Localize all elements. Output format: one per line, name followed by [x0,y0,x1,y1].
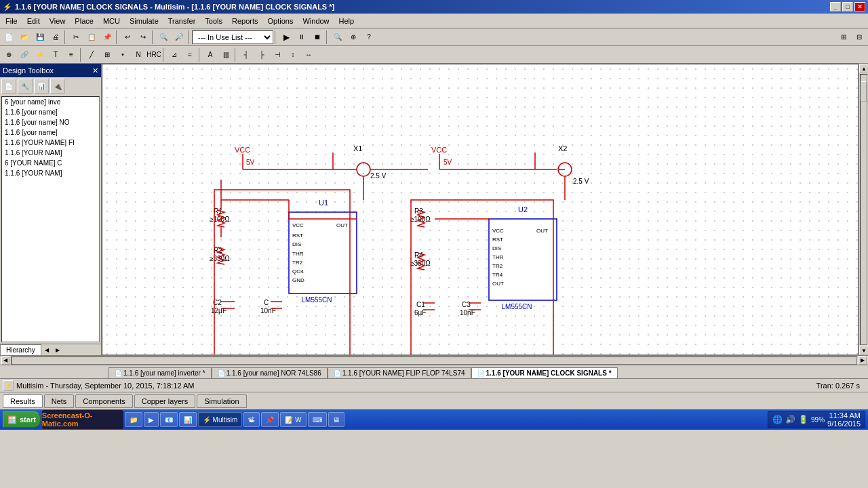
scroll-thumb[interactable] [861,81,867,102]
paste-btn[interactable]: 📌 [100,30,115,45]
comp-btn1[interactable]: ⊕ [1,47,16,62]
scroll-track[interactable] [860,74,867,345]
multisim-status-icon[interactable]: ⚡ [3,380,14,391]
scroll-down-btn[interactable]: ▼ [859,346,868,355]
comp-btn5[interactable]: ≡ [64,47,79,62]
new-btn[interactable]: 📄 [1,30,16,45]
close-button[interactable]: ✕ [854,2,865,12]
tray-network-icon[interactable]: 🌐 [772,415,783,424]
menu-options[interactable]: Options [264,16,298,26]
taskbar-app2-btn[interactable]: 🖥 [328,412,344,427]
menu-tools[interactable]: Tools [201,16,226,26]
system-clock[interactable]: 11:34 AM 9/16/2015 [827,411,861,428]
design-item-6[interactable]: 1.1.6 [YOUR NAM] [2,148,99,158]
btab-simulation[interactable]: Simulation [197,394,246,408]
zoom-out-btn[interactable]: 🔎 [172,30,186,45]
zoom-fit-btn[interactable]: 🔍 [330,30,345,45]
restore-button[interactable]: □ [842,2,853,12]
menu-view[interactable]: View [45,16,70,26]
close-toolbox-btn[interactable]: ✕ [92,66,98,75]
start-button[interactable]: 🪟 start [3,411,41,428]
wire-btn[interactable]: ╱ [84,47,99,62]
tab-nor[interactable]: 📄 1.1.6 [your name] NOR 74LS86 [212,367,328,378]
meas-btn[interactable]: ≈ [182,47,197,62]
nav-next-btn[interactable]: ▶ [52,344,63,355]
taskbar-keyboard-btn[interactable]: ⌨ [308,412,327,427]
print-btn[interactable]: 🖨 [48,30,63,45]
copy-btn[interactable]: 📋 [84,30,99,45]
scroll-up-btn[interactable]: ▲ [859,64,868,73]
menu-transfer[interactable]: Transfer [164,16,200,26]
taskbar-explorer-btn[interactable]: 📁 [125,412,142,427]
place-btn4[interactable]: ↕ [285,47,300,62]
menu-window[interactable]: Window [298,16,333,26]
design-item-5[interactable]: 1.1.6 [YOUR NAME] FI [2,138,99,148]
taskbar-multisim-btn[interactable]: ⚡ Multisim [198,412,242,427]
minimize-button[interactable]: _ [830,2,841,12]
zoom-in-btn[interactable]: 🔍 [156,30,171,45]
cut-btn[interactable]: ✂ [68,30,83,45]
stop-btn[interactable]: ⏹ [310,30,325,45]
help-btn[interactable]: ? [361,30,376,45]
btab-results[interactable]: Results [3,394,43,408]
toolbox-icon-3[interactable]: 📊 [34,79,49,94]
toolbox-icon-1[interactable]: 📄 [1,79,16,94]
design-item-3[interactable]: 1.1.6 [your name] NO [2,117,99,127]
tab-flipflop[interactable]: 📄 1.1.6 [YOUR NAME] FLIP FLOP 74LS74 [328,367,471,378]
tray-volume-icon[interactable]: 🔊 [785,415,795,424]
menu-simulate[interactable]: Simulate [125,16,163,26]
place-btn3[interactable]: ⊣ [270,47,285,62]
tab-clock-signals[interactable]: 📄 1.1.6 [YOUR NAME] CLOCK SIGNALS * [471,367,618,378]
menu-mcu[interactable]: MCU [99,16,124,26]
bus-btn[interactable]: ⊞ [100,47,115,62]
menu-edit[interactable]: Edit [23,16,44,26]
hrc-btn[interactable]: HRC [146,47,161,62]
btab-components[interactable]: Components [75,394,132,408]
taskbar-outlook-btn[interactable]: 📧 [160,412,178,427]
scroll-right-btn[interactable]: ▶ [859,357,867,365]
menu-place[interactable]: Place [71,16,98,26]
net-btn[interactable]: N [131,47,146,62]
design-item-8[interactable]: 1.1.6 [YOUR NAM] [2,168,99,178]
run-btn[interactable]: ▶ [279,30,294,45]
menu-reports[interactable]: Reports [228,16,262,26]
design-item-4[interactable]: 1.1.6 [your name] [2,127,99,138]
save-btn[interactable]: 💾 [33,30,47,45]
h-scrollbar-track[interactable] [11,357,857,365]
tab-inverter[interactable]: 📄 1.1.6 [your name] inverter * [108,367,212,378]
pause-btn[interactable]: ⏸ [294,30,309,45]
menu-file[interactable]: File [1,16,22,26]
btab-copper[interactable]: Copper layers [134,394,195,408]
design-item-7[interactable]: 6 [YOUR NAME] C [2,158,99,168]
redo-btn[interactable]: ↪ [136,30,151,45]
probe-btn[interactable]: ⊿ [167,47,182,62]
design-item-2[interactable]: 1.1.6 [your name] [2,107,99,117]
design-item-1[interactable]: 6 [your name] inve [2,97,99,107]
junction-btn[interactable]: • [115,47,130,62]
schematic-canvas[interactable]: VCC 5V VCC 5V X1 2.5 V X2 2.5 V [102,64,858,354]
panel-btn2[interactable]: ⊟ [852,30,867,45]
place-btn2[interactable]: ├ [254,47,269,62]
nav-prev-btn[interactable]: ◀ [41,344,52,355]
menu-help[interactable]: Help [335,16,359,26]
hierarchy-tab[interactable]: Hierarchy [0,344,41,355]
taskbar-media-btn[interactable]: ▶ [144,412,159,427]
zoom-area-btn[interactable]: ⊕ [346,30,361,45]
toolbox-icon-2[interactable]: 🔧 [18,79,33,94]
place-btn5[interactable]: ↔ [301,47,316,62]
comp-btn4[interactable]: T [48,47,63,62]
place-btn1[interactable]: ┤ [239,47,254,62]
open-btn[interactable]: 📂 [17,30,32,45]
screencast-app-btn[interactable]: Screencast-O-Matic.com [42,410,123,429]
taskbar-word-btn[interactable]: 📝 W [280,412,306,427]
btab-nets[interactable]: Nets [44,394,75,408]
comp-btn3[interactable]: ⚡ [33,47,47,62]
panel-btn1[interactable]: ⊞ [836,30,851,45]
text-btn[interactable]: A [203,47,218,62]
undo-btn[interactable]: ↩ [120,30,135,45]
comp-btn2[interactable]: 🔗 [17,47,32,62]
scroll-left-btn[interactable]: ◀ [1,357,9,365]
schematic-canvas-area[interactable]: VCC 5V VCC 5V X1 2.5 V X2 2.5 V [102,64,859,355]
in-use-list-dropdown[interactable]: --- In Use List --- [192,30,273,44]
taskbar-excel-btn[interactable]: 📊 [179,412,197,427]
